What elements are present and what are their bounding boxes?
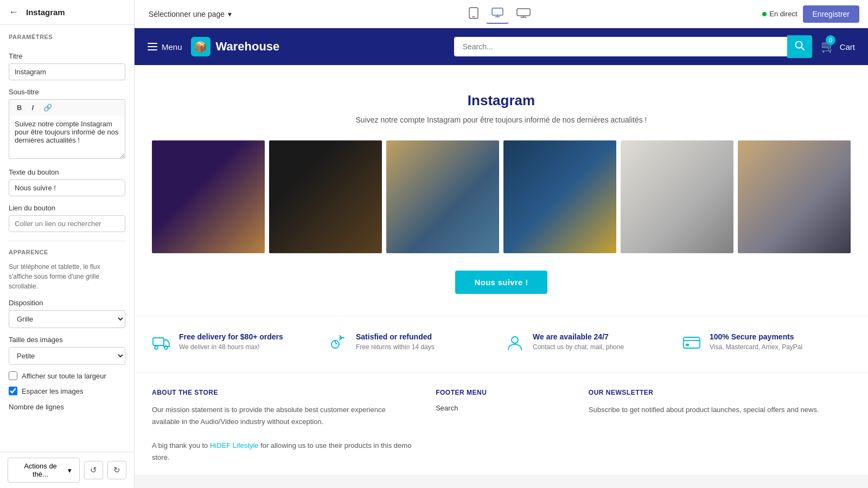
store-footer: ABOUT THE STORE Our mission statement is… [135,372,868,474]
chevron-icon: ▾ [68,466,72,474]
insta-image-2[interactable] [269,140,382,253]
page-selector-chevron: ▾ [228,10,232,18]
payment-desc: Visa, Mastercard, Amex, PayPal [710,343,802,351]
delivery-desc: We deliver in 48 hours max! [179,343,283,351]
insta-image-1[interactable] [152,140,265,253]
search-input[interactable] [454,37,787,56]
delivery-icon [152,333,171,356]
svg-rect-2 [492,8,503,15]
store-preview: Menu 📦 Warehouse 0 🛒 Cart Instagram Suiv [135,28,868,488]
italic-button[interactable]: I [27,102,38,113]
refund-icon [329,333,348,356]
insta-title: Instagram [152,92,851,109]
texte-bouton-label: Texte du bouton [9,168,125,176]
svg-line-9 [801,47,804,50]
titre-input[interactable] [9,63,125,80]
sidebar-top-bar: ← Instagram [0,0,134,25]
insta-image-5[interactable] [621,140,733,253]
device-mobile-button[interactable] [463,4,484,24]
cart-button[interactable]: 0 🛒 Cart [821,40,855,54]
disposition-label: Disposition [9,299,125,307]
features-strip: Free delivery for $80+ orders We deliver… [135,316,868,372]
insta-image-6[interactable] [738,140,851,253]
apparence-note: Sur téléphone et tablette, le flux s'aff… [9,262,125,291]
cart-label: Cart [840,42,855,52]
sidebar-content: Titre Sous-titre B I 🔗 Suivez notre comp… [0,44,134,452]
feature-delivery: Free delivery for $80+ orders We deliver… [152,332,320,356]
disposition-select[interactable]: Grille [9,310,125,328]
device-desktop-button[interactable] [486,4,509,24]
svg-point-11 [155,346,158,349]
bold-button[interactable]: B [12,102,26,113]
live-indicator: En direct [762,10,797,18]
svg-rect-5 [517,9,530,16]
svg-rect-15 [684,337,700,348]
page-selector[interactable]: Sélectionner une page ▾ [143,7,237,22]
afficher-label: Afficher sur toute la largeur [22,372,106,380]
logo-icon: 📦 [191,37,210,56]
rich-text-toolbar: B I 🔗 [9,99,125,115]
sous-titre-label: Sous-titre [9,88,125,96]
search-button[interactable] [787,35,812,58]
support-desc: Contact us by chat, mail, phone [533,343,624,351]
refund-title: Satisfied or refunded [356,332,435,341]
actions-label: Actions de thè... [16,462,65,478]
sidebar: ← Instagram PARAMÈTRES Titre Sous-titre … [0,0,135,488]
taille-images-select[interactable]: Petite [9,347,125,365]
hidef-link[interactable]: HiDEF Lifestyle [210,441,259,450]
top-bar-right: En direct Enregistrer [762,5,859,23]
insta-subtitle: Suivez notre compte Instagram pour être … [152,115,851,124]
follow-button[interactable]: Nous suivre ! [455,271,548,294]
device-icons [244,4,756,24]
sous-titre-textarea[interactable]: Suivez notre compte Instagram pour être … [9,115,125,159]
store-search [454,35,812,58]
payment-icon [682,333,702,356]
support-icon [506,333,525,356]
store-nav: Menu 📦 Warehouse 0 🛒 Cart [135,28,868,65]
instagram-section: Instagram Suivez notre compte Instagram … [135,65,868,316]
hamburger-icon [148,43,157,50]
feature-refund: Satisfied or refunded Free returns withi… [329,332,497,356]
texte-bouton-input[interactable] [9,179,125,196]
register-button[interactable]: Enregistrer [803,5,859,23]
menu-button[interactable]: Menu [148,42,182,52]
nombre-lignes-label: Nombre de lignes [9,403,125,411]
espacer-row: Espacer les images [9,387,125,395]
espacer-label: Espacer les images [22,387,83,395]
titre-label: Titre [9,52,125,60]
lien-bouton-input[interactable] [9,215,125,232]
delivery-title: Free delivery for $80+ orders [179,332,283,341]
footer-search-link[interactable]: Search [436,404,567,412]
sidebar-title: Instagram [26,8,65,17]
footer-about: ABOUT THE STORE Our mission statement is… [152,389,414,464]
menu-label: Menu [162,42,182,52]
footer-menu: FOOTER MENU Search [436,389,567,464]
svg-point-14 [512,337,518,343]
reset-button[interactable]: ↺ [84,461,103,479]
insta-image-3[interactable] [386,140,499,253]
back-button[interactable]: ← [7,4,21,20]
store-logo[interactable]: 📦 Warehouse [191,37,280,56]
refresh-button[interactable]: ↻ [107,461,126,479]
insta-image-4[interactable] [503,140,616,253]
cart-badge: 0 [826,35,835,45]
footer-menu-title: FOOTER MENU [436,389,567,396]
live-label: En direct [769,10,797,18]
feature-payment: 100% Secure payments Visa, Mastercard, A… [682,332,851,356]
lien-bouton-label: Lien du bouton [9,204,125,212]
support-title: We are available 24/7 [533,332,624,341]
link-button[interactable]: 🔗 [39,102,56,113]
refund-desc: Free returns within 14 days [356,343,435,351]
insta-grid [152,140,851,253]
device-wide-button[interactable] [511,5,536,23]
svg-rect-17 [686,344,689,346]
footer-newsletter-title: OUR NEWSLETTER [589,389,851,396]
actions-button[interactable]: Actions de thè... ▾ [8,458,80,483]
live-dot [762,12,767,16]
footer-about-text: Our mission statement is to provide the … [152,404,414,464]
taille-images-label: Taille des images [9,336,125,344]
apparence-label: APPARENCE [9,241,125,259]
footer-about-title: ABOUT THE STORE [152,389,414,396]
afficher-checkbox[interactable] [9,371,17,380]
espacer-checkbox[interactable] [9,387,17,395]
